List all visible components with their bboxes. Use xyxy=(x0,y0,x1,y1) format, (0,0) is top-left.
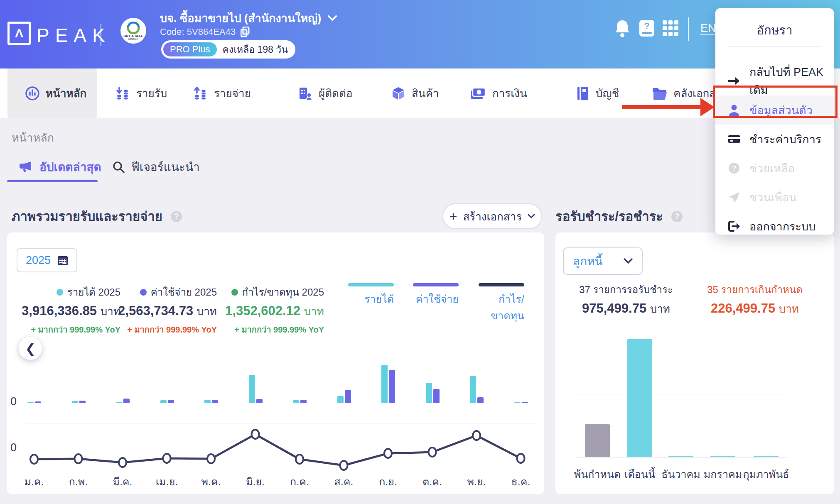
company-name[interactable]: บจ. ซื้อมาขายไป (สำนักงานใหญ่) xyxy=(160,9,337,27)
profit-point[interactable] xyxy=(517,454,525,463)
profit-point[interactable] xyxy=(429,448,436,457)
tab-recommended-features[interactable]: ฟีเจอร์แนะนำ xyxy=(112,158,200,176)
menu-item-6[interactable]: ออกจากระบบ xyxy=(715,212,834,241)
help-book-icon[interactable]: ? xyxy=(638,19,656,37)
breadcrumb: หน้าหลัก xyxy=(12,129,54,147)
header-divider xyxy=(688,17,689,41)
chevron-down-icon xyxy=(528,214,535,219)
language-toggle[interactable]: EN xyxy=(700,22,716,35)
menu-item-1[interactable]: กลับไปที่ PEAK เดิม xyxy=(715,66,834,95)
main-nav: หน้าหลักรายรับรายจ่ายผู้ติดต่อสินค้าการเ… xyxy=(0,69,840,118)
help-icon[interactable]: ? xyxy=(671,211,683,222)
chart-prev-button[interactable]: ❮ xyxy=(19,337,42,360)
receivables-gridline xyxy=(576,394,787,394)
overview-section-title: ภาพรวมรายรับและรายจ่าย ? xyxy=(12,206,182,227)
nav-item-6[interactable]: การเงิน xyxy=(470,69,527,118)
menu-item-3[interactable]: ชำระค่าบริการ xyxy=(715,125,834,154)
profit-point[interactable] xyxy=(207,454,215,463)
receivables-axis-label: มกราคม xyxy=(704,466,742,482)
receivables-axis-label: ธันวาคม xyxy=(661,466,700,482)
create-document-button[interactable]: + สร้างเอกสาร xyxy=(442,203,542,229)
svg-text:?: ? xyxy=(644,21,649,31)
handshake-swirl-icon xyxy=(126,22,140,34)
dashboard-icon xyxy=(25,86,40,101)
person-icon xyxy=(728,104,740,116)
help-icon[interactable]: ? xyxy=(171,211,182,222)
company-logo-avatar[interactable]: BUY & SELL COMPANY xyxy=(120,18,146,44)
receivables-bar[interactable] xyxy=(668,456,693,457)
plan-days-remaining: คงเหลือ 198 วัน xyxy=(223,42,288,57)
receivables-gridline xyxy=(576,332,787,332)
paper-plane-icon xyxy=(728,191,740,203)
receivables-gridline xyxy=(576,363,787,363)
profit-point[interactable] xyxy=(30,455,38,464)
header-divider xyxy=(101,24,101,46)
menu-item-2[interactable]: ข้อมูลส่วนตัว xyxy=(715,95,834,125)
menu-item-4: ?ช่วยเหลือ xyxy=(715,154,834,183)
accounting-icon xyxy=(576,86,590,101)
nav-item-4[interactable]: ผู้ติดต่อ xyxy=(298,69,353,118)
peak-dashboard: Λ PEAK BUY & SELL COMPANY บจ. ซื้อมาขายไ… xyxy=(0,0,840,504)
peak-logo-icon: Λ xyxy=(7,22,31,45)
receivables-bar[interactable] xyxy=(585,424,610,457)
user-name: อักษรา xyxy=(715,21,834,40)
receivables-axis-label: พ้นกำหนด xyxy=(574,466,621,482)
profit-point[interactable] xyxy=(75,454,82,463)
overview-chart-card: 2025 รายได้ 20253,916,336.85 บาท+ มากกว่… xyxy=(7,232,544,494)
notifications-bell-icon[interactable] xyxy=(614,19,631,37)
profit-point[interactable] xyxy=(340,461,348,470)
products-icon xyxy=(391,86,406,101)
profit-point[interactable] xyxy=(119,458,126,467)
profit-point[interactable] xyxy=(252,430,259,439)
documents-icon xyxy=(652,87,668,100)
nav-item-3[interactable]: รายจ่าย xyxy=(193,69,251,118)
chevron-down-icon xyxy=(624,258,633,264)
receivables-bar[interactable] xyxy=(710,456,735,457)
active-tab-underline xyxy=(7,180,98,182)
search-icon xyxy=(112,161,125,173)
expense-icon xyxy=(193,86,208,101)
receivables-section-title: รอรับชำระ/รอชำระ ? xyxy=(555,206,683,227)
app-header: Λ PEAK BUY & SELL COMPANY บจ. ซื้อมาขายไ… xyxy=(0,0,840,69)
income-icon xyxy=(115,86,130,101)
tab-latest-updates[interactable]: อัปเดตล่าสุด xyxy=(19,158,101,176)
arrow-right-icon xyxy=(728,76,740,86)
receivables-bar[interactable] xyxy=(627,339,652,457)
nav-item-7[interactable]: บัญชี xyxy=(576,69,619,118)
avatar-caption: BUY & SELL xyxy=(123,34,143,38)
logout-icon xyxy=(728,221,740,232)
profit-point[interactable] xyxy=(473,431,480,440)
apps-grid-icon[interactable] xyxy=(662,20,679,37)
receivables-axis-label: เดือนนี้ xyxy=(624,466,655,482)
overdue-receivables-stat: 35 รายการเกินกำหนด 226,499.75 บาท xyxy=(701,281,809,317)
contacts-icon xyxy=(298,86,313,101)
receivables-chart-card: ลูกหนี้ 37 รายการรอรับชำระ 975,499.75 บา… xyxy=(555,232,834,494)
brand-wordmark: PEAK xyxy=(37,24,111,46)
pending-receivables-stat: 37 รายการรอรับชำระ 975,499.75 บาท xyxy=(572,281,680,317)
plus-icon: + xyxy=(449,209,457,224)
svg-text:?: ? xyxy=(732,164,736,172)
nav-item-2[interactable]: รายรับ xyxy=(115,69,167,118)
copy-icon[interactable] xyxy=(241,27,250,37)
nav-item-5[interactable]: สินค้า xyxy=(391,69,439,118)
chevron-down-icon xyxy=(328,15,337,21)
user-dropdown-menu: อักษรา กลับไปที่ PEAK เดิมข้อมูลส่วนตัวช… xyxy=(715,8,834,235)
credit-card-icon xyxy=(728,134,740,144)
finance-icon xyxy=(470,86,486,100)
receivables-bar[interactable] xyxy=(754,456,779,457)
menu-divider xyxy=(728,46,821,47)
profit-line-chart xyxy=(7,232,544,494)
help-circle-icon: ? xyxy=(728,162,740,174)
debtor-filter-select[interactable]: ลูกหนี้ xyxy=(563,247,643,275)
plan-badge: PRO Plus xyxy=(163,42,217,56)
plan-pill[interactable]: PRO Plus คงเหลือ 198 วัน xyxy=(161,40,295,59)
profit-point[interactable] xyxy=(163,454,171,463)
company-code: Code: 5V864EA43 xyxy=(160,27,250,37)
nav-item-1[interactable]: หน้าหลัก xyxy=(25,69,86,118)
profit-point[interactable] xyxy=(384,449,392,458)
receivables-gridline xyxy=(576,457,787,458)
megaphone-icon xyxy=(19,161,33,173)
profit-point[interactable] xyxy=(296,455,303,464)
receivables-axis-label: กุมภาพันธ์ xyxy=(743,466,789,482)
avatar-subcaption: COMPANY xyxy=(128,38,139,40)
